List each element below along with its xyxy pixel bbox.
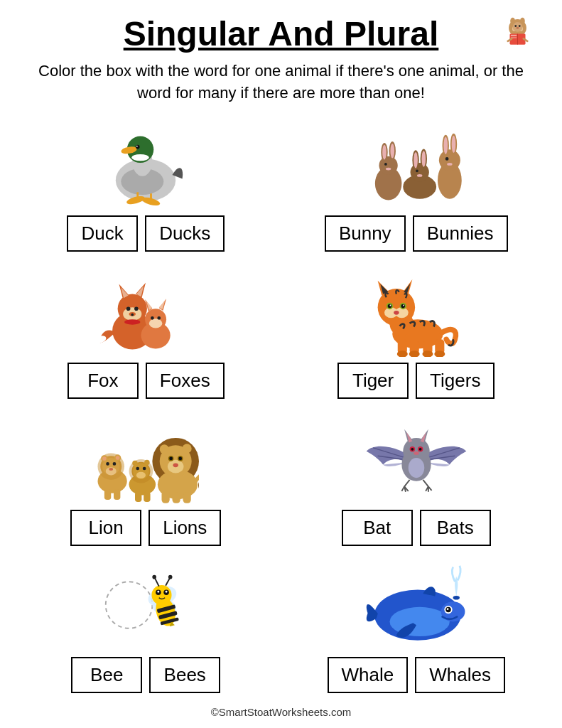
bat-image (360, 412, 473, 504)
lion-word-boxes: Lion Lions (70, 510, 221, 546)
svg-point-58 (126, 306, 131, 311)
svg-point-71 (151, 316, 154, 320)
bee-plural-box[interactable]: Bees (149, 657, 220, 693)
tiger-image (360, 264, 473, 357)
lion-image (89, 412, 202, 504)
svg-point-5 (519, 25, 521, 27)
svg-point-34 (386, 167, 391, 170)
svg-point-133 (173, 463, 179, 467)
svg-point-94 (389, 304, 391, 306)
svg-point-171 (158, 590, 160, 592)
svg-rect-121 (144, 491, 150, 501)
bunny-image (360, 117, 473, 210)
svg-line-173 (155, 578, 159, 586)
svg-point-22 (136, 145, 138, 146)
svg-point-113 (136, 471, 146, 478)
svg-point-7 (510, 18, 515, 25)
svg-point-118 (133, 460, 139, 466)
svg-point-4 (514, 25, 517, 27)
bee-word-boxes: Bee Bees (71, 657, 220, 693)
svg-point-32 (390, 143, 394, 158)
svg-point-102 (106, 462, 109, 466)
whale-image (360, 559, 473, 651)
svg-point-132 (179, 456, 183, 460)
svg-point-172 (166, 590, 168, 592)
footer-text: ©SmartStoatWorksheets.com (211, 706, 352, 718)
fox-plural-box[interactable]: Foxes (146, 363, 225, 399)
svg-point-95 (403, 304, 404, 306)
lion-block: Lion Lions (21, 412, 271, 546)
svg-rect-124 (162, 491, 170, 503)
svg-point-117 (116, 456, 120, 460)
svg-point-63 (124, 319, 141, 325)
svg-point-42 (417, 174, 423, 177)
tiger-block: Tiger Tigers (292, 264, 541, 399)
svg-point-149 (411, 448, 414, 451)
whale-plural-box[interactable]: Whales (415, 657, 505, 693)
tiger-plural-box[interactable]: Tigers (416, 363, 495, 399)
svg-point-115 (143, 466, 146, 470)
duck-plural-box[interactable]: Ducks (145, 215, 225, 252)
svg-point-152 (409, 458, 425, 478)
page-title: Singular And Plural (124, 14, 439, 53)
duck-singular-box[interactable]: Duck (67, 215, 138, 252)
bat-word-boxes: Bat Bats (342, 510, 491, 546)
svg-point-40 (421, 151, 426, 167)
fox-singular-box[interactable]: Fox (67, 363, 139, 399)
bat-singular-box[interactable]: Bat (342, 510, 413, 546)
svg-point-92 (387, 304, 391, 308)
svg-point-41 (416, 169, 418, 172)
instruction-text: Color the box with the word for one anim… (26, 60, 537, 105)
whale-block: Whale Whales (292, 559, 541, 693)
svg-point-151 (414, 451, 419, 455)
svg-point-104 (109, 468, 114, 471)
svg-point-8 (520, 18, 525, 25)
animals-grid: Duck Ducks (21, 117, 541, 693)
bee-singular-box[interactable]: Bee (71, 657, 142, 693)
svg-point-61 (131, 313, 134, 316)
svg-point-96 (394, 311, 399, 315)
svg-point-116 (102, 456, 107, 461)
svg-line-175 (166, 578, 170, 585)
duck-word-boxes: Duck Ducks (67, 215, 225, 252)
svg-point-47 (443, 136, 448, 154)
svg-point-183 (446, 608, 448, 610)
svg-point-6 (516, 27, 519, 29)
fox-image (89, 264, 202, 357)
tiger-singular-box[interactable]: Tiger (337, 363, 409, 399)
svg-point-131 (170, 456, 173, 460)
svg-point-176 (168, 574, 173, 579)
lion-singular-box[interactable]: Lion (70, 510, 141, 546)
svg-point-168 (152, 584, 172, 604)
svg-point-50 (447, 163, 453, 166)
svg-rect-120 (135, 491, 141, 501)
svg-rect-107 (104, 489, 111, 500)
svg-point-39 (414, 152, 418, 168)
svg-point-136 (198, 480, 199, 491)
svg-point-59 (134, 306, 139, 311)
duck-image (89, 117, 202, 210)
svg-point-93 (401, 304, 405, 308)
svg-point-70 (149, 318, 163, 328)
svg-point-134 (160, 444, 169, 454)
bunny-singular-box[interactable]: Bunny (325, 215, 406, 252)
svg-point-119 (144, 459, 150, 465)
svg-point-19 (132, 154, 149, 160)
svg-rect-11 (511, 35, 517, 36)
whale-singular-box[interactable]: Whale (328, 657, 409, 693)
mascot-icon (498, 14, 541, 57)
svg-point-21 (136, 144, 140, 149)
tiger-word-boxes: Tiger Tigers (337, 363, 495, 399)
svg-point-33 (384, 163, 387, 166)
bat-plural-box[interactable]: Bats (420, 510, 491, 546)
svg-point-114 (136, 466, 140, 470)
lion-plural-box[interactable]: Lions (148, 510, 221, 546)
svg-point-31 (382, 144, 387, 159)
bunny-word-boxes: Bunny Bunnies (325, 215, 508, 252)
svg-line-157 (423, 480, 428, 486)
svg-point-28 (379, 156, 397, 174)
bee-block: Bee Bees (21, 559, 271, 693)
svg-point-44 (439, 149, 460, 171)
svg-rect-108 (114, 489, 120, 500)
bunny-plural-box[interactable]: Bunnies (413, 215, 508, 252)
